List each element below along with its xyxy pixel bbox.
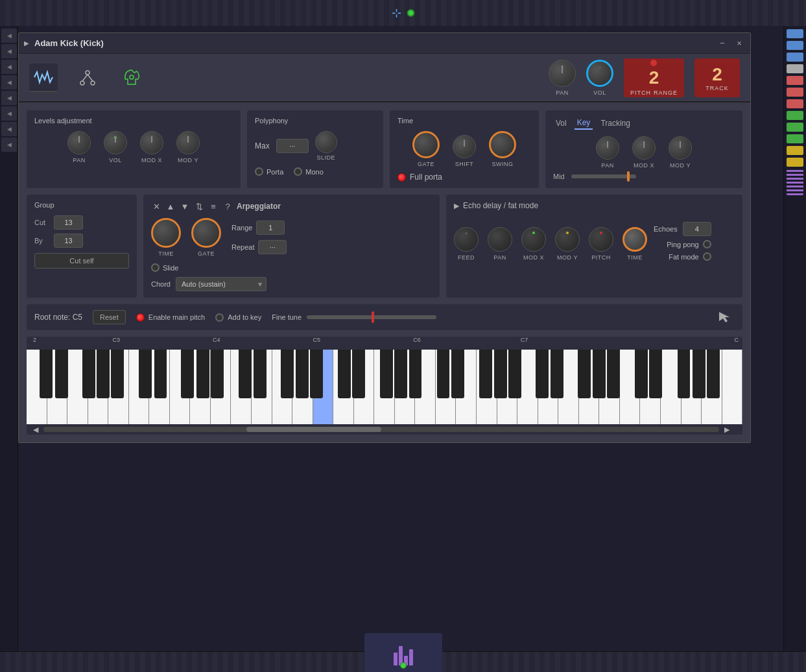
envelope-tab[interactable] [73, 64, 102, 92]
left-arrow-5[interactable]: ◀ [1, 91, 17, 105]
arp-down-icon[interactable]: ▼ [180, 201, 190, 211]
piano-white-key[interactable] [108, 350, 129, 424]
expand-arrow[interactable]: ▶ [24, 40, 29, 47]
arp-align-icon[interactable]: ≡ [208, 201, 219, 211]
piano-scrollbar-thumb[interactable] [246, 427, 381, 432]
track-display[interactable]: 2 TRACK [694, 58, 740, 97]
piano-white-key[interactable] [272, 350, 293, 424]
mid-slider-thumb[interactable] [627, 171, 630, 182]
levels-pan-knob[interactable] [67, 131, 91, 154]
poly-max-spinbox[interactable]: ··· [276, 139, 309, 153]
slide-knob[interactable] [315, 131, 337, 153]
arp-up-icon[interactable]: ▲ [165, 201, 176, 211]
piano-white-key[interactable] [661, 350, 682, 424]
by-input[interactable]: 13 [54, 234, 83, 248]
echo-mody-knob[interactable] [555, 227, 580, 252]
piano-white-key[interactable] [497, 350, 518, 424]
mid-slider[interactable] [571, 174, 636, 178]
piano-white-key[interactable] [620, 350, 641, 424]
arp-gate-knob[interactable] [191, 218, 221, 248]
piano-white-key[interactable] [395, 350, 416, 424]
gate-knob[interactable] [412, 131, 440, 158]
piano-white-key[interactable] [599, 350, 620, 424]
arp-slide-radio[interactable]: Slide [151, 263, 178, 272]
left-arrow-4[interactable]: ◀ [1, 75, 17, 90]
piano-white-key[interactable] [129, 350, 150, 424]
waveform-tab[interactable] [29, 64, 58, 92]
scroll-left-arrow[interactable]: ◀ [33, 426, 38, 434]
close-button[interactable]: × [733, 38, 745, 49]
transport-icon[interactable]: ⊹ [392, 6, 401, 20]
fine-tune-thumb[interactable] [372, 311, 374, 323]
levels-modx-knob[interactable] [140, 131, 163, 154]
left-arrow-6[interactable]: ◀ [1, 106, 17, 121]
piano-white-key[interactable] [67, 350, 88, 424]
chord-dropdown[interactable]: Auto (sustain) [176, 277, 267, 291]
piano-white-key[interactable] [415, 350, 436, 424]
cut-input[interactable]: 13 [54, 215, 83, 230]
left-arrow-7[interactable]: ◀ [1, 122, 17, 136]
piano-white-key[interactable] [640, 350, 661, 424]
fine-tune-slider[interactable] [307, 315, 436, 319]
piano-white-key[interactable] [579, 350, 600, 424]
vol-tab[interactable]: Vol [553, 117, 569, 129]
arp-help-icon[interactable]: ? [222, 201, 233, 211]
mono-radio[interactable]: Mono [294, 167, 324, 176]
arp-x-icon[interactable]: ✕ [151, 201, 161, 211]
piano-c5-key[interactable] [313, 350, 334, 424]
piano-white-key[interactable] [27, 350, 47, 424]
levels-mody-knob[interactable] [176, 131, 200, 154]
swing-knob[interactable] [489, 131, 516, 158]
echo-feed-knob[interactable] [454, 227, 479, 252]
piano-white-key[interactable] [292, 350, 313, 424]
shift-knob[interactable] [453, 135, 476, 158]
piano-white-keys[interactable] [27, 350, 742, 424]
piano-white-key[interactable] [517, 350, 538, 424]
fat-mode-radio[interactable] [703, 252, 711, 261]
left-arrow-8[interactable]: ◀ [1, 138, 17, 152]
piano-white-key[interactable] [722, 350, 742, 424]
piano-white-key[interactable] [354, 350, 375, 424]
piano-white-key[interactable] [149, 350, 170, 424]
echo-time-knob[interactable] [622, 227, 647, 252]
piano-scrollbar-track[interactable] [43, 427, 719, 432]
piano-white-key[interactable] [88, 350, 109, 424]
vkt-mody-knob[interactable] [669, 136, 692, 160]
piano-white-key[interactable] [47, 350, 68, 424]
levels-vol-knob[interactable] [104, 131, 127, 154]
settings-tab[interactable] [117, 64, 146, 92]
piano-white-key[interactable] [231, 350, 252, 424]
piano-white-key[interactable] [211, 350, 231, 424]
vkt-modx-knob[interactable] [632, 136, 656, 160]
echo-modx-knob[interactable] [521, 227, 546, 252]
piano-white-key[interactable] [456, 350, 477, 424]
piano-white-key[interactable] [374, 350, 395, 424]
arp-time-knob[interactable] [151, 218, 181, 248]
arp-repeat-spinbox[interactable]: ··· [258, 240, 287, 254]
porta-radio[interactable]: Porta [255, 167, 283, 176]
cut-self-button[interactable]: Cut self [34, 253, 129, 269]
piano-white-key[interactable] [436, 350, 456, 424]
piano-white-key[interactable] [170, 350, 191, 424]
reset-button[interactable]: Reset [93, 310, 126, 324]
arp-updown-icon[interactable]: ⇅ [194, 201, 204, 211]
pitch-range-display[interactable]: 2 PITCH RANGE [624, 58, 684, 97]
piano-white-key[interactable] [702, 350, 722, 424]
piano-white-key[interactable] [538, 350, 559, 424]
arp-range-spinbox[interactable]: 1 [256, 221, 285, 235]
piano-white-key[interactable] [558, 350, 579, 424]
tracking-tab[interactable]: Tracking [598, 117, 633, 129]
left-arrow-3[interactable]: ◀ [1, 60, 17, 74]
echoes-spinbox[interactable]: 4 [683, 222, 711, 236]
piano-white-key[interactable] [477, 350, 497, 424]
echo-pitch-knob[interactable] [589, 227, 613, 252]
key-tab[interactable]: Key [575, 117, 593, 130]
left-arrow-1[interactable]: ◀ [1, 29, 17, 43]
piano-white-key[interactable] [333, 350, 354, 424]
scroll-right-arrow[interactable]: ▶ [724, 426, 729, 434]
toolbar-vol-knob[interactable] [586, 60, 613, 87]
echo-pan-knob[interactable] [488, 227, 512, 252]
toolbar-pan-knob[interactable] [549, 60, 576, 87]
piano-white-key[interactable] [190, 350, 211, 424]
add-to-key-radio[interactable] [215, 313, 224, 322]
